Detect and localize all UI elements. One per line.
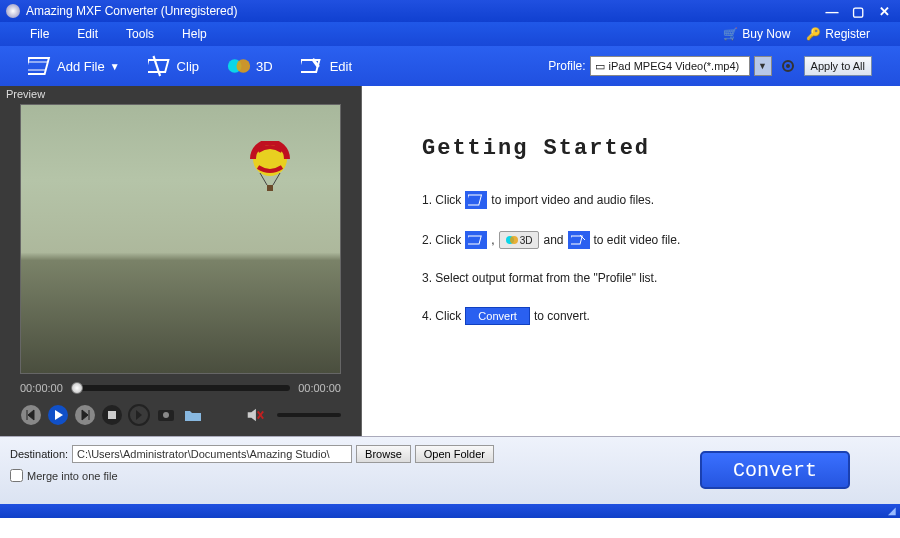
- edit-icon: [301, 54, 325, 78]
- film-add-icon: [28, 54, 52, 78]
- snapshot-button[interactable]: [155, 404, 177, 426]
- step4-text-b: to convert.: [534, 309, 590, 323]
- svg-rect-28: [571, 236, 582, 244]
- player-controls: [0, 400, 361, 436]
- window-controls: — ▢ ✕: [822, 3, 894, 19]
- step-4: 4. Click Convert to convert.: [422, 307, 860, 325]
- timeline: 00:00:00 00:00:00: [0, 378, 361, 400]
- svg-rect-11: [267, 185, 273, 191]
- menu-edit[interactable]: Edit: [77, 27, 98, 41]
- step-3: 3. Select output format from the "Profil…: [422, 271, 860, 285]
- preview-pane: Preview 00:00:00 00:00:00: [0, 86, 362, 436]
- minimize-button[interactable]: —: [822, 3, 842, 19]
- svg-rect-25: [468, 236, 481, 244]
- svg-point-21: [163, 412, 169, 418]
- bottom-bar: Destination: Browse Open Folder Merge in…: [0, 436, 900, 504]
- stop-button[interactable]: [101, 404, 123, 426]
- 3d-label: 3D: [256, 59, 273, 74]
- buy-now-link[interactable]: 🛒Buy Now: [723, 27, 790, 41]
- step2-text-b: ,: [491, 233, 494, 247]
- buy-now-label: Buy Now: [742, 27, 790, 41]
- volume-slider[interactable]: [277, 413, 341, 417]
- workspace: Preview 00:00:00 00:00:00: [0, 86, 900, 436]
- time-current: 00:00:00: [20, 382, 63, 394]
- edit-label: Edit: [330, 59, 352, 74]
- step-button[interactable]: [128, 404, 150, 426]
- settings-icon[interactable]: [780, 58, 796, 74]
- svg-rect-18: [108, 411, 116, 419]
- merge-label: Merge into one file: [27, 470, 118, 482]
- merge-row: Merge into one file: [10, 469, 494, 482]
- step3-text: 3. Select output format from the "Profil…: [422, 271, 657, 285]
- convert-button[interactable]: Convert: [700, 451, 850, 489]
- merge-checkbox[interactable]: [10, 469, 23, 482]
- destination-input[interactable]: [72, 445, 352, 463]
- step-1: 1. Click to import video and audio files…: [422, 191, 860, 209]
- inline-3d-icon: 3D: [499, 231, 540, 249]
- add-file-label: Add File: [57, 59, 105, 74]
- menu-tools[interactable]: Tools: [126, 27, 154, 41]
- clip-label: Clip: [177, 59, 199, 74]
- clip-icon: [148, 54, 172, 78]
- step2-text-a: 2. Click: [422, 233, 461, 247]
- profile-label: Profile:: [548, 59, 585, 73]
- key-icon: 🔑: [806, 27, 821, 41]
- prev-button[interactable]: [20, 404, 42, 426]
- close-button[interactable]: ✕: [874, 3, 894, 19]
- add-file-button[interactable]: Add File ▼: [28, 54, 120, 78]
- seek-thumb[interactable]: [71, 382, 83, 394]
- step1-text-b: to import video and audio files.: [491, 193, 654, 207]
- content-pane: Getting Started 1. Click to import video…: [362, 86, 900, 436]
- step4-text-a: 4. Click: [422, 309, 461, 323]
- maximize-button[interactable]: ▢: [848, 3, 868, 19]
- 3d-button[interactable]: 3D: [227, 54, 273, 78]
- play-button[interactable]: [47, 404, 69, 426]
- device-icon: ▭: [595, 60, 605, 73]
- balloon-graphic: [250, 141, 290, 197]
- inline-add-file-icon: [465, 191, 487, 209]
- svg-point-9: [786, 64, 790, 68]
- inline-convert-button: Convert: [465, 307, 530, 325]
- register-label: Register: [825, 27, 870, 41]
- resize-grip[interactable]: ◢: [888, 505, 896, 516]
- app-icon: [6, 4, 20, 18]
- getting-started-heading: Getting Started: [422, 136, 860, 161]
- destination-row: Destination: Browse Open Folder: [10, 445, 494, 463]
- volume-button[interactable]: [244, 404, 266, 426]
- step1-text-a: 1. Click: [422, 193, 461, 207]
- time-total: 00:00:00: [298, 382, 341, 394]
- menu-file[interactable]: File: [30, 27, 49, 41]
- clip-button[interactable]: Clip: [148, 54, 199, 78]
- svg-rect-24: [468, 195, 481, 205]
- profile-selector: Profile: ▭ iPad MPEG4 Video(*.mp4) ▼ App…: [548, 56, 872, 76]
- destination-label: Destination:: [10, 448, 68, 460]
- title-bar: Amazing MXF Converter (Unregistered) — ▢…: [0, 0, 900, 22]
- step-2: 2. Click , 3D and to edit video file.: [422, 231, 860, 249]
- inline-edit-icon: [568, 231, 590, 249]
- menu-help[interactable]: Help: [182, 27, 207, 41]
- inline-3d-label: 3D: [520, 235, 533, 246]
- svg-point-6: [236, 59, 250, 73]
- profile-select[interactable]: ▭ iPad MPEG4 Video(*.mp4): [590, 56, 750, 76]
- folder-button[interactable]: [182, 404, 204, 426]
- window-title: Amazing MXF Converter (Unregistered): [26, 4, 822, 18]
- preview-label: Preview: [0, 86, 361, 102]
- apply-to-all-button[interactable]: Apply to All: [804, 56, 872, 76]
- 3d-icon: [227, 54, 251, 78]
- open-folder-button[interactable]: Open Folder: [415, 445, 494, 463]
- toolbar: Add File ▼ Clip 3D Edit Profile: ▭ iPad …: [0, 46, 900, 86]
- svg-rect-0: [28, 58, 49, 74]
- profile-dropdown-button[interactable]: ▼: [754, 56, 772, 76]
- footer-strip: ◢: [0, 504, 900, 518]
- browse-button[interactable]: Browse: [356, 445, 411, 463]
- svg-point-27: [510, 236, 518, 244]
- register-link[interactable]: 🔑Register: [806, 27, 870, 41]
- edit-button[interactable]: Edit: [301, 54, 352, 78]
- seek-track[interactable]: [71, 385, 290, 391]
- step2-text-c: and: [543, 233, 563, 247]
- menu-bar: File Edit Tools Help 🛒Buy Now 🔑Register: [0, 22, 900, 46]
- profile-value: iPad MPEG4 Video(*.mp4): [609, 60, 740, 72]
- next-button[interactable]: [74, 404, 96, 426]
- step2-text-d: to edit video file.: [594, 233, 681, 247]
- preview-video[interactable]: [20, 104, 341, 374]
